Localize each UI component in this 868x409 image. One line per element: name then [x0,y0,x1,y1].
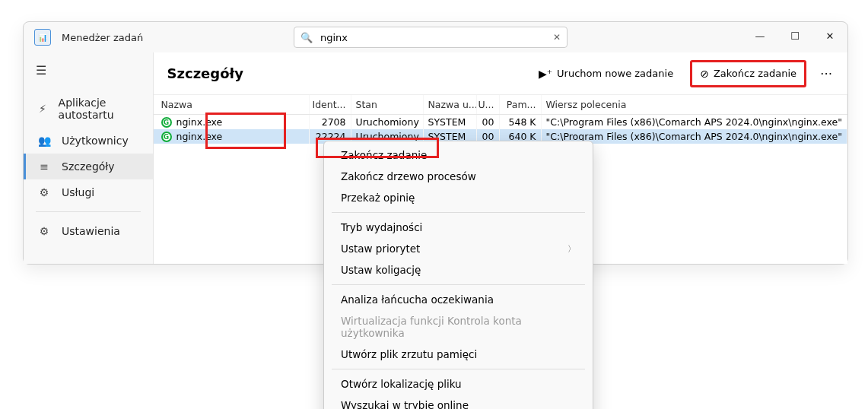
settings-icon: ⚙ [37,225,51,237]
end-task-button[interactable]: ⊘ Zakończ zadanie [690,60,806,87]
more-options-button[interactable]: ⋯ [816,63,837,84]
menu-search-online[interactable]: Wyszukaj w trybie online [324,395,593,409]
menu-affinity[interactable]: Ustaw koligację [324,259,593,281]
menu-efficiency[interactable]: Tryb wydajności [324,217,593,238]
sidebar-item-details[interactable]: ≡ Szczegóły [24,154,153,179]
sidebar-item-label: Szczegóły [62,160,115,173]
menu-label: Zakończ zadanie [341,149,427,161]
app-icon: 📊 [34,29,51,46]
menu-separator [332,284,585,285]
cell-status: Uruchomiony [351,115,424,129]
menu-end-tree[interactable]: Zakończ drzewo procesów [324,166,593,187]
window-controls: — ☐ ✕ [742,22,847,49]
search-input[interactable] [320,32,553,43]
cell-name: G nginx.exe [154,129,310,144]
menu-label: Analiza łańcucha oczekiwania [341,293,494,306]
menu-label: Otwórz lokalizację pliku [341,378,462,390]
menu-dump[interactable]: Utwórz plik zrzutu pamięci [324,344,593,365]
hamburger-icon[interactable]: ☰ [24,59,153,82]
table-row[interactable]: G nginx.exe 2708 Uruchomiony SYSTEM 00 5… [154,115,847,129]
sidebar-item-label: Ustawienia [62,225,120,237]
header-actions: ▶⁺ Uruchom nowe zadanie ⊘ Zakończ zadani… [531,60,837,87]
col-name[interactable]: Nazwa [154,95,310,114]
process-name: nginx.exe [176,131,223,142]
sidebar-item-settings[interactable]: ⚙ Ustawienia [24,218,153,244]
col-status[interactable]: Stan [351,95,424,114]
cell-user: SYSTEM [424,115,477,129]
cell-cmd: "C:\Program Files (x86)\Comarch APS 2024… [542,115,847,129]
menu-label: Zakończ drzewo procesów [341,170,476,182]
app-title: Menedżer zadań [62,32,143,43]
sidebar-item-label: Aplikacje autostartu [59,97,139,121]
menu-label: Wirtualizacja funkcji Kontrola konta uży… [341,315,576,339]
content-header: Szczegóły ▶⁺ Uruchom nowe zadanie ⊘ Zako… [154,52,847,95]
search-box[interactable]: 🔍 ✕ [294,27,568,48]
menu-uac-virtualization: Wirtualizacja funkcji Kontrola konta uży… [324,310,593,344]
menu-label: Przekaż opinię [341,192,415,204]
services-icon: ⚙ [37,186,51,198]
menu-separator [332,369,585,369]
users-icon: 👥 [37,135,51,147]
minimize-button[interactable]: — [742,22,777,49]
details-icon: ≡ [37,160,51,173]
sidebar-item-users[interactable]: 👥 Użytkownicy [24,128,153,154]
close-button[interactable]: ✕ [812,22,847,49]
search-icon: 🔍 [300,32,313,43]
maximize-button[interactable]: ☐ [777,22,812,49]
menu-label: Ustaw koligację [341,264,421,276]
sidebar-item-services[interactable]: ⚙ Usługi [24,179,153,205]
chevron-right-icon: 〉 [568,243,576,255]
end-task-icon: ⊘ [700,68,709,80]
sidebar: ☰ ⚡ Aplikacje autostartu 👥 Użytkownicy ≡… [24,52,154,264]
titlebar: 📊 Menedżer zadań 🔍 ✕ — ☐ ✕ [24,22,847,52]
sidebar-item-startup[interactable]: ⚡ Aplikacje autostartu [24,90,153,128]
end-task-label: Zakończ zadanie [714,68,796,79]
col-cpu[interactable]: U... [477,95,500,114]
col-pid[interactable]: Ident... [310,95,351,114]
sidebar-item-label: Usługi [62,186,94,198]
cell-mem: 548 K [500,115,542,129]
run-new-task-button[interactable]: ▶⁺ Uruchom nowe zadanie [531,62,681,85]
process-name: nginx.exe [176,116,223,128]
cell-cpu: 00 [477,115,500,129]
process-icon: G [161,117,172,128]
startup-icon: ⚡ [37,103,48,115]
col-cmd[interactable]: Wiersz polecenia [542,95,847,114]
cell-name: G nginx.exe [154,115,310,129]
menu-feedback[interactable]: Przekaż opinię [324,187,593,208]
sidebar-separator [36,211,141,212]
col-user[interactable]: Nazwa u... [424,95,477,114]
menu-wait-chain[interactable]: Analiza łańcucha oczekiwania [324,289,593,310]
sidebar-item-label: Użytkownicy [62,135,129,147]
run-task-icon: ▶⁺ [539,68,552,80]
process-icon: G [161,132,172,142]
cell-pid: 2708 [310,115,351,129]
menu-label: Tryb wydajności [341,221,422,233]
page-title: Szczegóły [167,65,243,81]
menu-label: Utwórz plik zrzutu pamięci [341,348,477,360]
menu-separator [332,212,585,213]
col-mem[interactable]: Pam... [500,95,542,114]
clear-search-icon[interactable]: ✕ [553,32,561,43]
context-menu: Zakończ zadanie Zakończ drzewo procesów … [323,141,593,409]
menu-label: Wyszukaj w trybie online [341,399,469,409]
menu-label: Ustaw priorytet [341,243,420,255]
menu-end-task[interactable]: Zakończ zadanie [324,144,593,166]
menu-priority[interactable]: Ustaw priorytet〉 [324,238,593,259]
run-task-label: Uruchom nowe zadanie [557,68,673,79]
menu-open-location[interactable]: Otwórz lokalizację pliku [324,373,593,395]
table-header: Nazwa Ident... Stan Nazwa u... U... Pam.… [154,95,847,115]
